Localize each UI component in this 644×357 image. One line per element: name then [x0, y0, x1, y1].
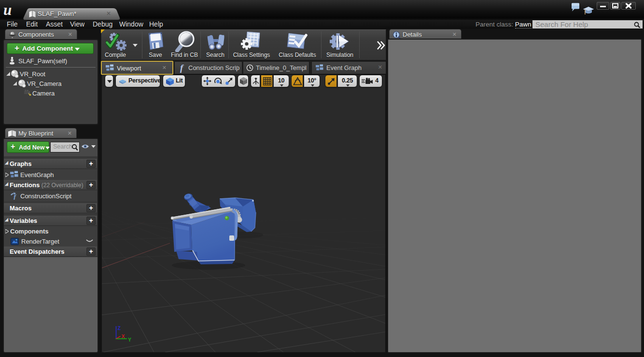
svg-text:Z: Z [118, 325, 121, 331]
svg-text:X: X [122, 333, 125, 339]
svg-text:Y: Y [128, 337, 131, 343]
svg-text:f: f [14, 193, 17, 200]
svg-text:f: f [180, 63, 184, 73]
svg-text:u: u [3, 3, 12, 17]
